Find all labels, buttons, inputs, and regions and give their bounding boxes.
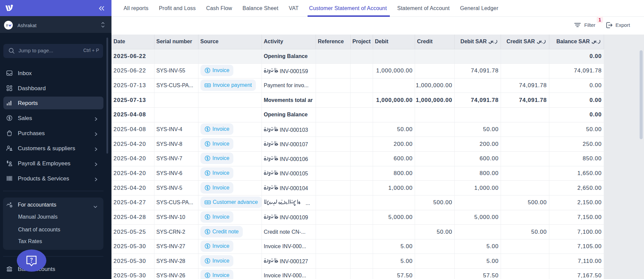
svg-text:?: ?: [30, 257, 33, 262]
